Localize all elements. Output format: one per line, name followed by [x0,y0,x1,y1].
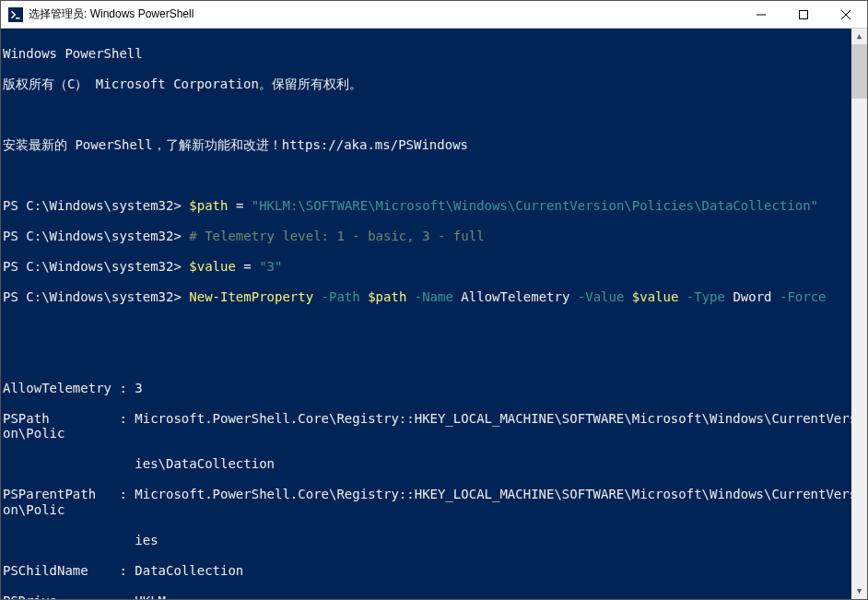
command-line: PS C:\Windows\system32> New-ItemProperty… [3,289,865,305]
blank-line [3,168,865,183]
scroll-thumb[interactable] [851,44,867,99]
minimize-button[interactable] [740,1,782,29]
blank-line [3,107,865,123]
scroll-track[interactable] [851,44,867,583]
close-button[interactable] [825,1,867,29]
titlebar[interactable]: 选择管理员: Windows PowerShell [1,1,867,29]
output-line: PSChildName : DataCollection [3,563,865,579]
prompt: PS C:\Windows\system32> [3,289,189,304]
output-line: ies\DataCollection [3,456,865,472]
blank-line [3,350,865,366]
scroll-down-icon[interactable]: ▼ [851,583,867,599]
var-token: $value [632,289,679,304]
param-token: -Path [313,289,368,304]
value-token: AllowTelemetry [461,289,569,304]
string-token: "HKLM:\SOFTWARE\Microsoft\Windows\Curren… [252,198,818,213]
var-token: $path [368,289,406,304]
prompt: PS C:\Windows\system32> [3,198,189,213]
var-token: $value [189,259,236,274]
op-token: = [236,259,259,274]
param-token: -Name [406,289,461,304]
header-line: 版权所有（C） Microsoft Corporation。保留所有权利。 [3,76,865,92]
comment-token: # Telemetry level: 1 - basic, 3 - full [189,229,484,243]
string-token: "3" [259,259,282,274]
op-token: = [228,198,251,213]
window-title: 选择管理员: Windows PowerShell [29,6,194,22]
output-line: PSDrive : HKLM [3,594,865,600]
maximize-button[interactable] [782,1,825,29]
header-line: Windows PowerShell [3,46,865,62]
param-token: -Value [569,289,631,304]
scrollbar[interactable]: ▲ ▼ [851,29,867,599]
var-token: $path [189,198,228,213]
powershell-window: 选择管理员: Windows PowerShell Windows PowerS… [0,0,868,600]
output-line: PSPath : Microsoft.PowerShell.Core\Regis… [3,411,865,441]
output-line: PSParentPath : Microsoft.PowerShell.Core… [3,487,865,517]
value-token: Dword [733,289,771,304]
param-token: -Force [772,289,827,304]
output-line: AllowTelemetry : 3 [3,381,865,396]
prompt: PS C:\Windows\system32> [3,229,189,243]
command-line: PS C:\Windows\system32> $value = "3" [3,259,865,275]
command-line: PS C:\Windows\system32> $path = "HKLM:\S… [3,198,865,214]
command-line: PS C:\Windows\system32> # Telemetry leve… [3,229,865,244]
powershell-icon [8,7,23,22]
terminal-area[interactable]: Windows PowerShell 版权所有（C） Microsoft Cor… [1,29,867,599]
svg-rect-2 [800,10,808,18]
param-token: -Type [678,289,733,304]
blank-line [3,320,865,335]
output-line: ies [3,533,865,548]
prompt: PS C:\Windows\system32> [3,259,189,274]
scroll-up-icon[interactable]: ▲ [851,29,867,44]
cmdlet-token: New-ItemProperty [189,289,313,304]
header-line: 安装最新的 PowerShell，了解新功能和改进！https://aka.ms… [3,137,865,153]
